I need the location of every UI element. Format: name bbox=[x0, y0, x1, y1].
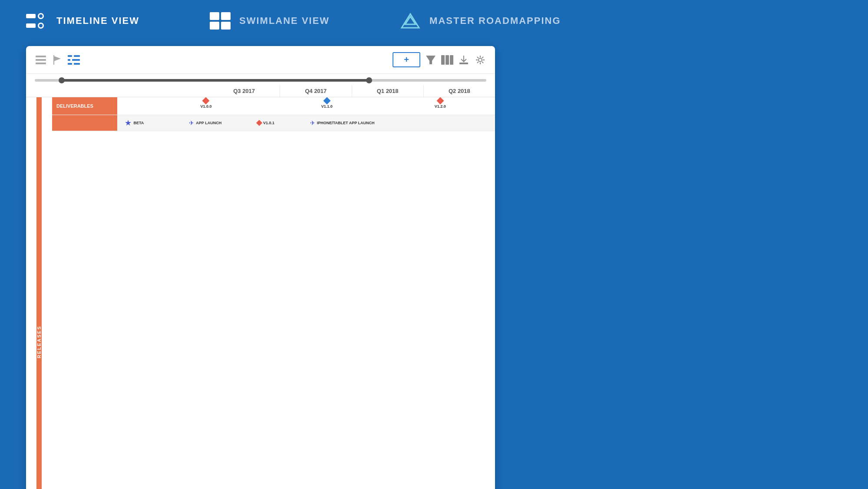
deliverables-label: DELIVERABLES bbox=[52, 97, 117, 115]
plane-icon-2: ✈ bbox=[310, 119, 315, 126]
svg-rect-24 bbox=[441, 55, 445, 65]
toolbar-right: + bbox=[393, 52, 486, 67]
toolbar-left bbox=[35, 55, 387, 65]
diamond-v120 bbox=[436, 97, 444, 104]
quarter-q4-2017: Q4 2017 bbox=[280, 85, 352, 97]
columns-icon[interactable] bbox=[441, 55, 453, 65]
svg-rect-12 bbox=[36, 56, 46, 57]
diamond-v100 bbox=[202, 97, 210, 104]
event-v101: V1.0.1 bbox=[257, 121, 274, 125]
export-icon[interactable] bbox=[458, 55, 470, 65]
grid-icon[interactable] bbox=[68, 55, 80, 65]
roadmap-icon bbox=[399, 12, 422, 30]
svg-point-5 bbox=[39, 24, 43, 27]
timeline-slider[interactable] bbox=[26, 74, 495, 85]
svg-rect-9 bbox=[221, 22, 231, 30]
svg-rect-1 bbox=[26, 23, 36, 28]
star-icon: ★ bbox=[125, 118, 132, 128]
quarter-headers: Q3 2017 Q4 2017 Q1 2018 Q2 2018 bbox=[26, 85, 495, 97]
list-view-icon[interactable] bbox=[35, 55, 47, 65]
slider-handle-right[interactable] bbox=[366, 77, 372, 83]
slider-track bbox=[35, 79, 486, 82]
group-releases: RELEASES DELIVERABLES V1.0.0 bbox=[26, 97, 495, 489]
slider-fill bbox=[62, 79, 369, 82]
app-launch-label: APP LAUNCH bbox=[196, 121, 221, 125]
svg-rect-17 bbox=[68, 55, 72, 57]
milestone-v110: V1.1.0 bbox=[321, 98, 333, 109]
row-events: ★ BETA ✈ APP LAUNCH V1.0.1 ✈ bbox=[52, 115, 495, 131]
toolbar: + bbox=[26, 46, 495, 74]
filter-icon[interactable] bbox=[425, 55, 437, 65]
events-label bbox=[52, 115, 117, 131]
quarter-q2-2018: Q2 2018 bbox=[424, 85, 495, 97]
svg-rect-6 bbox=[210, 12, 219, 20]
svg-rect-19 bbox=[68, 59, 70, 61]
plane-icon-1: ✈ bbox=[189, 119, 194, 126]
svg-point-28 bbox=[479, 58, 482, 62]
settings-icon[interactable] bbox=[474, 55, 486, 65]
slider-handle-left[interactable] bbox=[59, 77, 65, 83]
svg-rect-14 bbox=[36, 63, 46, 64]
events-content: ★ BETA ✈ APP LAUNCH V1.0.1 ✈ bbox=[117, 115, 495, 131]
diamond-v101 bbox=[256, 120, 262, 126]
milestone-v120-label: V1.2.0 bbox=[435, 104, 446, 109]
nav-timeline[interactable]: TIMELINE VIEW bbox=[26, 12, 139, 30]
right-description: Create alignment around initiatives, obj… bbox=[521, 46, 703, 489]
iphone-launch-label: IPHONE/TABLET APP LAUNCH bbox=[317, 121, 375, 125]
event-iphone-launch: ✈ IPHONE/TABLET APP LAUNCH bbox=[310, 119, 375, 126]
svg-rect-18 bbox=[74, 55, 80, 57]
milestone-v120: V1.2.0 bbox=[435, 98, 446, 109]
nav-roadmap-label: MASTER ROADMAPPING bbox=[429, 15, 561, 26]
svg-rect-22 bbox=[74, 63, 80, 65]
milestone-v100-label: V1.0.0 bbox=[200, 104, 211, 109]
svg-rect-21 bbox=[68, 63, 72, 65]
quarter-q1-2018: Q1 2018 bbox=[352, 85, 424, 97]
flag-icon[interactable] bbox=[51, 55, 63, 65]
milestone-v110-label: V1.1.0 bbox=[321, 104, 333, 109]
svg-rect-13 bbox=[36, 59, 46, 61]
milestone-v100: V1.0.0 bbox=[200, 98, 211, 109]
deliverables-content: V1.0.0 V1.1.0 V1.2.0 bbox=[117, 97, 495, 115]
row-deliverables: DELIVERABLES V1.0.0 V1.1.0 bbox=[52, 97, 495, 115]
event-beta: ★ BETA bbox=[125, 118, 144, 128]
main-content: + bbox=[0, 42, 868, 489]
nav-timeline-label: TIMELINE VIEW bbox=[56, 15, 139, 26]
nav-roadmap[interactable]: MASTER ROADMAPPING bbox=[399, 12, 561, 30]
beta-label: BETA bbox=[133, 121, 144, 125]
v101-label: V1.0.1 bbox=[263, 121, 274, 125]
svg-rect-26 bbox=[450, 55, 453, 65]
svg-marker-16 bbox=[54, 56, 61, 61]
swimlane-icon bbox=[209, 12, 231, 30]
releases-label-col: RELEASES bbox=[26, 97, 52, 489]
quarter-q3-2017: Q3 2017 bbox=[208, 85, 280, 97]
roadmap-panel: + bbox=[26, 46, 495, 489]
diamond-v110 bbox=[323, 97, 330, 104]
event-app-launch: ✈ APP LAUNCH bbox=[189, 119, 221, 126]
svg-rect-8 bbox=[210, 22, 219, 30]
nav-swimlane[interactable]: SWIMLANE VIEW bbox=[209, 12, 330, 30]
add-button[interactable]: + bbox=[393, 52, 420, 67]
top-navigation: TIMELINE VIEW SWIMLANE VIEW MASTER ROADM… bbox=[0, 0, 868, 42]
svg-marker-23 bbox=[426, 56, 436, 64]
svg-point-4 bbox=[39, 14, 43, 18]
svg-rect-27 bbox=[459, 63, 468, 64]
svg-rect-7 bbox=[221, 12, 231, 20]
releases-group-label: RELEASES bbox=[36, 97, 42, 489]
timeline-icon bbox=[26, 12, 49, 30]
nav-swimlane-label: SWIMLANE VIEW bbox=[239, 15, 330, 26]
svg-rect-0 bbox=[26, 14, 36, 18]
svg-rect-20 bbox=[72, 59, 80, 61]
svg-rect-25 bbox=[446, 55, 449, 65]
releases-rows: DELIVERABLES V1.0.0 V1.1.0 bbox=[52, 97, 495, 489]
